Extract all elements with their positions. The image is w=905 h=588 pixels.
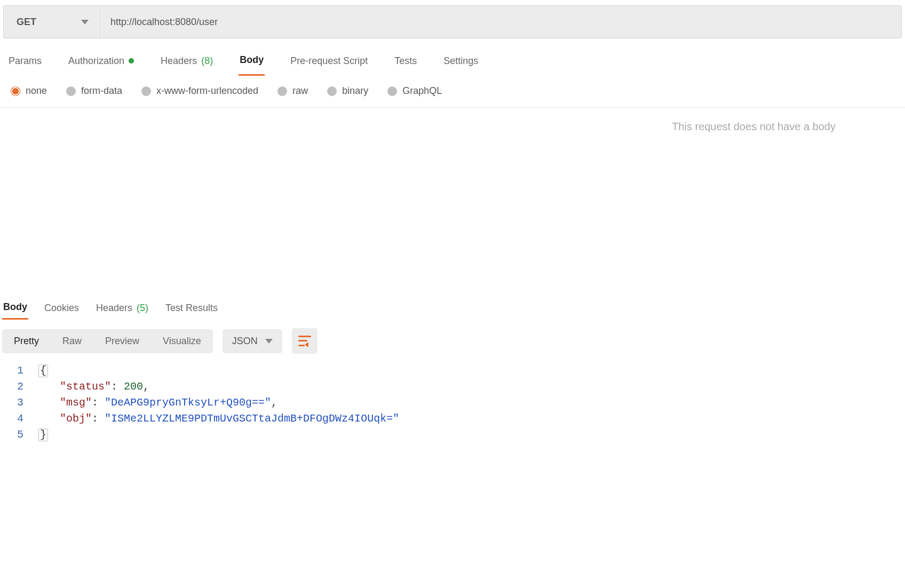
response-body-code[interactable]: 1 { 2 "status": 200, 3 "msg": "DeAPG9pry… <box>0 359 905 444</box>
dot-indicator-icon <box>129 58 134 63</box>
response-format-select[interactable]: JSON <box>223 329 282 353</box>
response-toolbar: Pretty Raw Preview Visualize JSON <box>0 320 905 359</box>
brace-close: } <box>38 428 48 441</box>
wrap-lines-icon <box>298 336 311 346</box>
line-number: 3 <box>0 396 38 409</box>
line-number: 4 <box>0 412 38 425</box>
request-bar: GET http://localhost:8080/user <box>3 5 902 38</box>
line-number: 5 <box>0 428 38 441</box>
radio-icon <box>66 86 76 96</box>
view-raw[interactable]: Raw <box>51 329 93 353</box>
tab-body[interactable]: Body <box>239 50 265 76</box>
resp-tab-test-results[interactable]: Test Results <box>164 299 219 319</box>
tab-tests[interactable]: Tests <box>393 51 418 75</box>
tab-authorization[interactable]: Authorization <box>67 51 135 75</box>
radio-icon <box>11 86 20 96</box>
http-method-label: GET <box>17 17 36 28</box>
view-preview[interactable]: Preview <box>93 329 151 353</box>
code-line: 1 { <box>0 364 905 380</box>
view-visualize[interactable]: Visualize <box>151 329 213 353</box>
body-type-row: none form-data x-www-form-urlencoded raw… <box>0 76 905 108</box>
line-number: 2 <box>0 380 38 393</box>
chevron-down-icon <box>81 20 89 25</box>
bodytype-graphql[interactable]: GraphQL <box>387 85 442 97</box>
http-method-select[interactable]: GET <box>4 6 100 38</box>
url-text: http://localhost:8080/user <box>110 17 218 28</box>
tab-prerequest[interactable]: Pre-request Script <box>289 51 369 75</box>
radio-icon <box>387 86 397 96</box>
resp-tab-headers[interactable]: Headers (5) <box>95 299 149 319</box>
body-empty-area <box>0 133 905 293</box>
view-pretty[interactable]: Pretty <box>2 329 51 353</box>
line-number: 1 <box>0 364 38 377</box>
tab-headers[interactable]: Headers (8) <box>160 51 214 75</box>
url-input[interactable]: http://localhost:8080/user <box>100 6 901 38</box>
bodytype-x-www-form-urlencoded[interactable]: x-www-form-urlencoded <box>141 85 258 97</box>
radio-icon <box>327 86 337 96</box>
no-body-message: This request does not have a body <box>0 108 905 133</box>
view-mode-group: Pretty Raw Preview Visualize <box>2 329 213 353</box>
bodytype-raw[interactable]: raw <box>277 85 308 97</box>
resp-tab-cookies[interactable]: Cookies <box>43 299 80 319</box>
request-tabs: Params Authorization Headers (8) Body Pr… <box>0 38 905 76</box>
code-line: 4 "obj": "ISMe2LLYZLME9PDTmUvGSCTtaJdmB+… <box>0 412 905 428</box>
code-line: 3 "msg": "DeAPG9pryGnTksyLr+Q90g==", <box>0 396 905 412</box>
headers-count: (8) <box>201 55 213 67</box>
wrap-lines-button[interactable] <box>292 328 317 354</box>
radio-icon <box>277 86 287 96</box>
radio-icon <box>141 86 151 96</box>
response-tabs: Body Cookies Headers (5) Test Results <box>0 293 905 320</box>
bodytype-form-data[interactable]: form-data <box>66 85 122 97</box>
resp-headers-count: (5) <box>137 303 148 314</box>
tab-params[interactable]: Params <box>7 51 43 75</box>
resp-tab-body[interactable]: Body <box>2 298 28 320</box>
code-line: 5 } <box>0 428 905 444</box>
bodytype-none[interactable]: none <box>11 85 47 97</box>
brace-open: { <box>38 364 48 377</box>
code-line: 2 "status": 200, <box>0 380 905 396</box>
tab-settings[interactable]: Settings <box>442 51 479 75</box>
bodytype-binary[interactable]: binary <box>327 85 368 97</box>
chevron-down-icon <box>265 339 273 344</box>
